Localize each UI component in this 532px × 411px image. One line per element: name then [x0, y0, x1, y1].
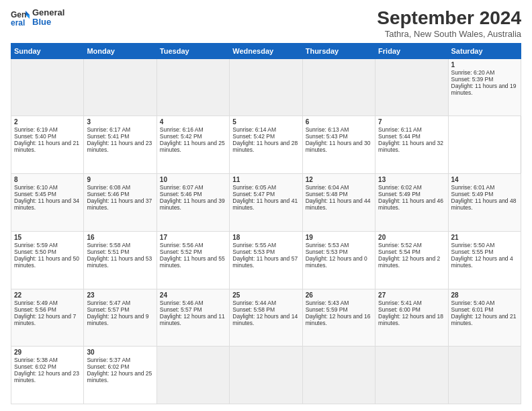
sunset-label: Sunset: 6:02 PM	[87, 363, 129, 370]
sunset-label: Sunset: 5:57 PM	[87, 306, 129, 313]
sunrise-label: Sunrise: 5:56 AM	[160, 242, 204, 248]
sunrise-label: Sunrise: 5:41 AM	[378, 300, 422, 306]
daylight-label: Daylight: 12 hours and 0 minutes.	[306, 255, 367, 269]
daylight-label: Daylight: 11 hours and 44 minutes.	[306, 197, 371, 211]
daylight-label: Daylight: 12 hours and 21 minutes.	[451, 313, 517, 326]
sunset-label: Sunset: 5:53 PM	[232, 248, 275, 255]
calendar-cell	[302, 347, 375, 404]
calendar-cell: 26Sunrise: 5:43 AMSunset: 5:59 PMDayligh…	[302, 289, 375, 347]
sunset-label: Sunset: 5:40 PM	[14, 133, 56, 140]
daylight-label: Daylight: 12 hours and 2 minutes.	[378, 255, 440, 269]
calendar-cell	[11, 58, 84, 116]
sunrise-label: Sunrise: 6:01 AM	[451, 184, 495, 191]
col-header-thursday: Thursday	[302, 43, 375, 58]
sunset-label: Sunset: 5:43 PM	[306, 133, 348, 140]
day-number: 24	[160, 291, 226, 299]
sunrise-label: Sunrise: 5:53 AM	[306, 242, 349, 248]
daylight-label: Daylight: 11 hours and 48 minutes.	[451, 197, 517, 211]
calendar-cell: 15Sunrise: 5:59 AMSunset: 5:50 PMDayligh…	[11, 231, 84, 289]
calendar-cell: 29Sunrise: 5:38 AMSunset: 6:02 PMDayligh…	[11, 347, 84, 404]
sunset-label: Sunset: 5:56 PM	[14, 306, 56, 313]
calendar-cell: 10Sunrise: 6:07 AMSunset: 5:46 PMDayligh…	[157, 174, 229, 232]
day-number: 12	[306, 176, 372, 183]
sunrise-label: Sunrise: 6:14 AM	[232, 126, 276, 133]
svg-text:eral: eral	[11, 18, 25, 27]
daylight-label: Daylight: 11 hours and 30 minutes.	[306, 140, 371, 153]
calendar-cell: 4Sunrise: 6:16 AMSunset: 5:42 PMDaylight…	[157, 116, 229, 174]
calendar-cell: 9Sunrise: 6:08 AMSunset: 5:46 PMDaylight…	[84, 174, 157, 232]
sunrise-label: Sunrise: 6:17 AM	[87, 126, 130, 133]
calendar-cell: 1Sunrise: 6:20 AMSunset: 5:39 PMDaylight…	[448, 58, 521, 116]
daylight-label: Daylight: 11 hours and 37 minutes.	[87, 197, 152, 211]
col-header-wednesday: Wednesday	[230, 43, 302, 58]
logo-general: General	[32, 8, 64, 17]
sunset-label: Sunset: 5:57 PM	[160, 306, 202, 313]
calendar-cell: 6Sunrise: 6:13 AMSunset: 5:43 PMDaylight…	[302, 116, 375, 174]
sunrise-label: Sunrise: 6:02 AM	[378, 184, 422, 191]
calendar-cell: 16Sunrise: 5:58 AMSunset: 5:51 PMDayligh…	[84, 231, 157, 289]
calendar-cell	[375, 347, 448, 404]
sunset-label: Sunset: 5:59 PM	[306, 306, 348, 313]
sunset-label: Sunset: 5:42 PM	[160, 133, 202, 140]
day-number: 25	[232, 291, 299, 299]
logo-icon: Gen eral	[11, 8, 30, 27]
day-number: 23	[87, 291, 153, 299]
daylight-label: Daylight: 11 hours and 53 minutes.	[87, 255, 152, 269]
daylight-label: Daylight: 11 hours and 39 minutes.	[160, 197, 225, 211]
sunrise-label: Sunrise: 5:46 AM	[160, 300, 204, 306]
day-number: 16	[87, 234, 153, 241]
calendar-cell	[302, 58, 375, 116]
sunrise-label: Sunrise: 5:37 AM	[87, 357, 130, 363]
daylight-label: Daylight: 11 hours and 55 minutes.	[160, 255, 225, 269]
calendar-cell: 20Sunrise: 5:52 AMSunset: 5:54 PMDayligh…	[375, 231, 448, 289]
daylight-label: Daylight: 12 hours and 11 minutes.	[160, 313, 225, 326]
calendar-cell: 11Sunrise: 6:05 AMSunset: 5:47 PMDayligh…	[230, 174, 302, 232]
daylight-label: Daylight: 12 hours and 14 minutes.	[232, 313, 298, 326]
col-header-saturday: Saturday	[448, 43, 521, 58]
daylight-label: Daylight: 12 hours and 18 minutes.	[378, 313, 443, 326]
calendar-cell: 2Sunrise: 6:19 AMSunset: 5:40 PMDaylight…	[11, 116, 84, 174]
day-number: 26	[306, 291, 372, 299]
day-number: 15	[14, 234, 81, 241]
day-number: 29	[14, 349, 81, 356]
week-row-0: 1Sunrise: 6:20 AMSunset: 5:39 PMDaylight…	[11, 58, 521, 116]
day-number: 3	[87, 118, 153, 126]
day-number: 20	[378, 234, 445, 241]
daylight-label: Daylight: 12 hours and 23 minutes.	[14, 370, 79, 383]
daylight-label: Daylight: 11 hours and 23 minutes.	[87, 140, 152, 153]
sunrise-label: Sunrise: 6:04 AM	[306, 184, 349, 191]
calendar-cell	[157, 58, 229, 116]
title-block: September 2024 Tathra, New South Wales, …	[377, 8, 521, 39]
daylight-label: Daylight: 12 hours and 7 minutes.	[14, 313, 76, 326]
daylight-label: Daylight: 11 hours and 34 minutes.	[14, 197, 79, 211]
week-row-2: 8Sunrise: 6:10 AMSunset: 5:45 PMDaylight…	[11, 174, 521, 232]
sunset-label: Sunset: 5:49 PM	[378, 191, 420, 197]
sunset-label: Sunset: 5:49 PM	[451, 191, 494, 197]
daylight-label: Daylight: 11 hours and 28 minutes.	[232, 140, 298, 153]
daylight-label: Daylight: 12 hours and 16 minutes.	[306, 313, 371, 326]
sunrise-label: Sunrise: 6:08 AM	[87, 184, 130, 191]
calendar-cell: 27Sunrise: 5:41 AMSunset: 6:00 PMDayligh…	[375, 289, 448, 347]
sunset-label: Sunset: 5:47 PM	[232, 191, 275, 197]
calendar-cell: 8Sunrise: 6:10 AMSunset: 5:45 PMDaylight…	[11, 174, 84, 232]
calendar-cell: 5Sunrise: 6:14 AMSunset: 5:42 PMDaylight…	[230, 116, 302, 174]
daylight-label: Daylight: 12 hours and 9 minutes.	[87, 313, 148, 326]
col-header-monday: Monday	[84, 43, 157, 58]
sunrise-label: Sunrise: 6:19 AM	[14, 126, 58, 133]
sunrise-label: Sunrise: 5:59 AM	[14, 242, 58, 248]
sunrise-label: Sunrise: 5:40 AM	[451, 300, 495, 306]
sunrise-label: Sunrise: 6:11 AM	[378, 126, 422, 133]
daylight-label: Daylight: 11 hours and 57 minutes.	[232, 255, 298, 269]
sunrise-label: Sunrise: 6:13 AM	[306, 126, 349, 133]
calendar-cell	[230, 58, 302, 116]
day-number: 13	[378, 176, 445, 183]
daylight-label: Daylight: 11 hours and 21 minutes.	[14, 140, 79, 153]
sunrise-label: Sunrise: 5:58 AM	[87, 242, 130, 248]
day-number: 9	[87, 176, 153, 183]
sunset-label: Sunset: 6:01 PM	[451, 306, 494, 313]
sunset-label: Sunset: 5:51 PM	[87, 248, 129, 255]
calendar-cell	[448, 347, 521, 404]
sunrise-label: Sunrise: 6:05 AM	[232, 184, 276, 191]
calendar-cell: 13Sunrise: 6:02 AMSunset: 5:49 PMDayligh…	[375, 174, 448, 232]
logo: Gen eral General Blue	[11, 8, 64, 28]
